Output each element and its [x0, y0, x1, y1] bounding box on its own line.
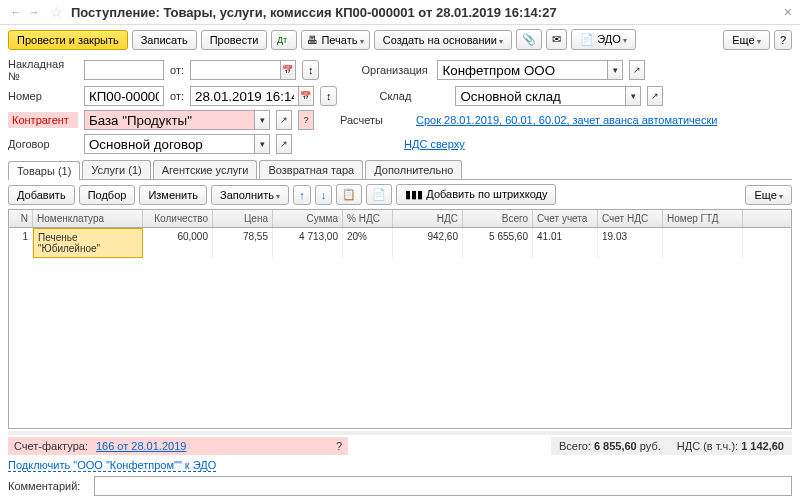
col-account[interactable]: Счет учета: [533, 210, 598, 227]
calc-link[interactable]: Срок 28.01.2019, 60.01, 60.02, зачет ава…: [416, 114, 717, 126]
col-price[interactable]: Цена: [213, 210, 273, 227]
grid-more-button[interactable]: Еще: [745, 185, 792, 205]
cell-gtd[interactable]: [663, 228, 743, 258]
dropdown-icon[interactable]: ▾: [607, 60, 623, 80]
invoice-help-icon[interactable]: ?: [336, 440, 342, 452]
calc-label: Расчеты: [340, 114, 410, 126]
col-vat[interactable]: % НДС: [343, 210, 393, 227]
cell-nomenclature[interactable]: Печенье "Юбилейное": [33, 228, 143, 258]
invoice-no-input[interactable]: [84, 60, 164, 80]
from-label-2: от:: [170, 90, 184, 102]
cell-account[interactable]: 41.01: [533, 228, 598, 258]
cell-price[interactable]: 78,55: [213, 228, 273, 258]
post-button[interactable]: Провести: [201, 30, 268, 50]
total-label: Всего:: [559, 440, 591, 452]
table-row[interactable]: 1 Печенье "Юбилейное" 60,000 78,55 4 713…: [9, 228, 791, 258]
pick-button[interactable]: Подбор: [79, 185, 136, 205]
goods-grid: N Номенклатура Количество Цена Сумма % Н…: [8, 209, 792, 429]
date-input[interactable]: [190, 86, 298, 106]
grid-body[interactable]: 1 Печенье "Юбилейное" 60,000 78,55 4 713…: [9, 228, 791, 428]
col-sum[interactable]: Сумма: [273, 210, 343, 227]
print-button[interactable]: 🖶 Печать: [301, 30, 369, 50]
edo-button[interactable]: 📄 ЭДО: [571, 29, 636, 50]
tab-services[interactable]: Услуги (1): [82, 160, 150, 179]
vat-link[interactable]: НДС сверху: [404, 138, 465, 150]
tabs: Товары (1) Услуги (1) Агентские услуги В…: [8, 160, 792, 180]
counterparty-input[interactable]: [84, 110, 254, 130]
add-row-button[interactable]: Добавить: [8, 185, 75, 205]
open-contract-button[interactable]: ↗: [276, 134, 292, 154]
vat-total-value: 1 142,60: [741, 440, 784, 452]
comment-label: Комментарий:: [8, 480, 88, 492]
total-value: 6 855,60: [594, 440, 637, 452]
nav-back-icon[interactable]: ←: [8, 4, 24, 20]
window-title: Поступление: Товары, услуги, комиссия КП…: [71, 5, 784, 20]
post-and-close-button[interactable]: Провести и закрыть: [8, 30, 128, 50]
col-qty[interactable]: Количество: [143, 210, 213, 227]
calendar-icon[interactable]: 📅: [280, 60, 296, 80]
connect-edo-link[interactable]: Подключить "ООО "Конфетпром"" к ЭДО: [8, 459, 216, 472]
paste-button[interactable]: 📄: [366, 184, 392, 205]
vat-total-label: НДС (в т.ч.):: [677, 440, 738, 452]
expand-button-2[interactable]: ↕: [320, 86, 338, 106]
dropdown-icon-2[interactable]: ▾: [625, 86, 641, 106]
cell-vat[interactable]: 20%: [343, 228, 393, 258]
grid-header: N Номенклатура Количество Цена Сумма % Н…: [9, 210, 791, 228]
edit-row-button[interactable]: Изменить: [139, 185, 207, 205]
col-n[interactable]: N: [9, 210, 33, 227]
attach-button[interactable]: 📎: [516, 29, 542, 50]
cell-sum[interactable]: 4 713,00: [273, 228, 343, 258]
dt-kt-button[interactable]: Дт: [271, 30, 297, 50]
add-barcode-button[interactable]: ▮▮▮ Добавить по штрихкоду: [396, 184, 556, 205]
help-button[interactable]: ?: [774, 30, 792, 50]
close-icon[interactable]: ×: [784, 4, 792, 20]
invoice-no-label: Накладная №: [8, 58, 78, 82]
move-down-button[interactable]: ↓: [315, 185, 333, 205]
number-label: Номер: [8, 90, 78, 102]
tab-agent[interactable]: Агентские услуги: [153, 160, 258, 179]
col-gtd[interactable]: Номер ГТД: [663, 210, 743, 227]
calendar-icon-2[interactable]: 📅: [298, 86, 314, 106]
nav-forward-icon[interactable]: →: [26, 4, 42, 20]
cell-vat-amount[interactable]: 942,60: [393, 228, 463, 258]
dropdown-icon-3[interactable]: ▾: [254, 110, 270, 130]
expand-button-1[interactable]: ↕: [302, 60, 320, 80]
open-org-button[interactable]: ↗: [629, 60, 645, 80]
dropdown-icon-4[interactable]: ▾: [254, 134, 270, 154]
counterparty-help-button[interactable]: ?: [298, 110, 314, 130]
comment-input[interactable]: [94, 476, 792, 496]
invoice-date-input[interactable]: [190, 60, 280, 80]
currency: руб.: [640, 440, 661, 452]
write-button[interactable]: Записать: [132, 30, 197, 50]
tab-goods[interactable]: Товары (1): [8, 161, 80, 180]
invoice-sf-link[interactable]: 166 от 28.01.2019: [96, 440, 186, 452]
favorite-icon[interactable]: ☆: [50, 4, 63, 20]
tab-returnable[interactable]: Возвратная тара: [259, 160, 363, 179]
counterparty-label: Контрагент: [8, 112, 78, 128]
cell-total[interactable]: 5 655,60: [463, 228, 533, 258]
org-input[interactable]: [437, 60, 607, 80]
col-total[interactable]: Всего: [463, 210, 533, 227]
invoice-sf-label: Счет-фактура:: [14, 440, 88, 452]
from-label-1: от:: [170, 64, 184, 76]
open-warehouse-button[interactable]: ↗: [647, 86, 663, 106]
number-input[interactable]: [84, 86, 164, 106]
col-nomenclature[interactable]: Номенклатура: [33, 210, 143, 227]
warehouse-input[interactable]: [455, 86, 625, 106]
move-up-button[interactable]: ↑: [293, 185, 311, 205]
cell-qty[interactable]: 60,000: [143, 228, 213, 258]
more-button[interactable]: Еще: [723, 30, 770, 50]
mail-button[interactable]: ✉: [546, 29, 567, 50]
create-based-button[interactable]: Создать на основании: [374, 30, 512, 50]
org-label: Организация: [361, 64, 431, 76]
contract-input[interactable]: [84, 134, 254, 154]
col-vat-amount[interactable]: НДС: [393, 210, 463, 227]
tab-additional[interactable]: Дополнительно: [365, 160, 462, 179]
copy-button[interactable]: 📋: [336, 184, 362, 205]
fill-button[interactable]: Заполнить: [211, 185, 289, 205]
cell-n: 1: [9, 228, 33, 258]
cell-vat-account[interactable]: 19.03: [598, 228, 663, 258]
open-counterparty-button[interactable]: ↗: [276, 110, 292, 130]
contract-label: Договор: [8, 138, 78, 150]
col-vat-account[interactable]: Счет НДС: [598, 210, 663, 227]
